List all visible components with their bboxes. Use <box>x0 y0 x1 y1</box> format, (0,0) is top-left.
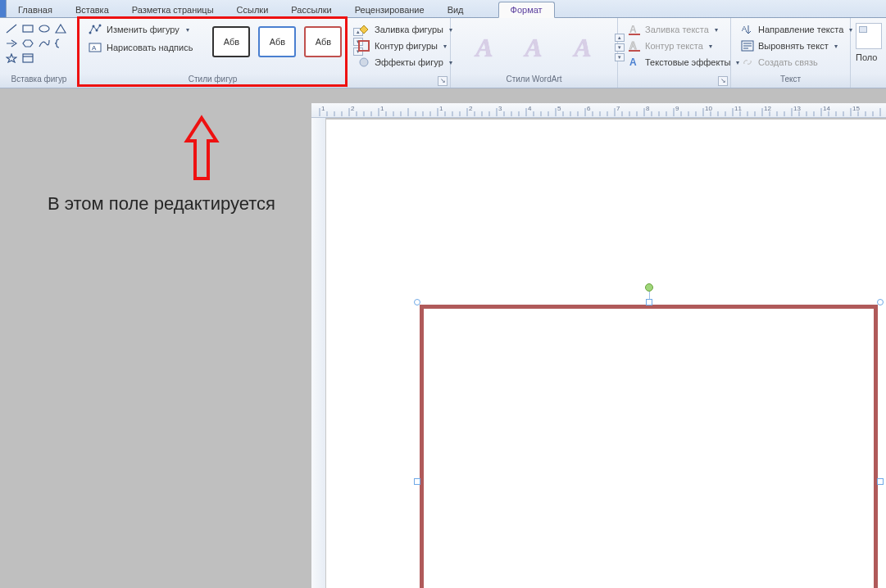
handle-ne[interactable] <box>877 299 884 305</box>
handle-n[interactable] <box>646 299 652 305</box>
svg-rect-17 <box>629 34 640 35</box>
selected-shape[interactable] <box>415 300 883 588</box>
svg-rect-14 <box>359 41 369 51</box>
align-text-button[interactable]: Выровнять текст▾ <box>741 39 852 52</box>
svg-text:6: 6 <box>587 105 591 112</box>
group-text: A Направление текста▾ Выровнять текст▾ С… <box>731 18 851 88</box>
handle-e[interactable] <box>877 478 884 485</box>
shapes-gallery[interactable] <box>5 21 73 64</box>
svg-text:2: 2 <box>351 105 355 112</box>
svg-point-15 <box>360 58 368 66</box>
group-label-shape-styles: Стили фигур <box>79 74 347 88</box>
draw-textbox-label: Нарисовать надпись <box>107 43 193 52</box>
shape-rectangle[interactable] <box>420 305 878 588</box>
rotation-handle[interactable] <box>645 283 653 292</box>
file-tab-edge[interactable] <box>0 0 7 17</box>
link-icon <box>741 56 754 69</box>
tab-insert[interactable]: Вставка <box>64 2 120 17</box>
text-fill-icon: A <box>628 23 641 36</box>
text-outline-label: Контур текста <box>645 41 703 51</box>
wordart-launcher[interactable]: ↘ <box>718 76 728 86</box>
tab-format[interactable]: Формат <box>498 2 555 18</box>
ribbon: Вставка фигур Изменить фигуру ▾ A Нарисо… <box>0 18 886 88</box>
shape-brace-icon[interactable] <box>54 38 67 49</box>
effects-icon <box>357 56 370 69</box>
tab-view[interactable]: Вид <box>436 2 475 17</box>
tab-spacer <box>475 12 498 17</box>
handle-w[interactable] <box>414 478 420 485</box>
shape-curve-icon[interactable] <box>38 38 51 49</box>
tab-layout[interactable]: Разметка страницы <box>120 2 225 17</box>
shape-star-icon[interactable] <box>5 52 18 64</box>
wordart-style-3[interactable]: А <box>562 28 603 67</box>
annotation-arrow-icon <box>184 115 220 182</box>
shape-triangle-icon[interactable] <box>54 23 67 34</box>
text-effects-icon: A <box>628 56 641 69</box>
annotation-text: В этом поле редактируется <box>48 193 275 215</box>
text-direction-label: Направление текста <box>758 25 843 34</box>
document-workspace: 121123456789101112131415 В этом поле ред… <box>0 88 886 588</box>
tab-mailings[interactable]: Рассылки <box>279 2 343 17</box>
shape-more-icon[interactable] <box>21 52 34 64</box>
text-outline-button[interactable]: A Контур текста▾ <box>628 39 739 52</box>
svg-text:14: 14 <box>823 105 830 112</box>
svg-text:A: A <box>629 40 637 52</box>
shape-ellipse-icon[interactable] <box>38 23 51 34</box>
shape-hex-icon[interactable] <box>21 38 34 49</box>
tab-review[interactable]: Рецензирование <box>343 2 436 17</box>
shape-fill-button[interactable]: Заливка фигуры▾ <box>357 23 452 36</box>
ruler-vertical[interactable] <box>311 118 326 588</box>
shape-style-1[interactable]: Абв <box>212 26 250 57</box>
shape-style-3[interactable]: Абв <box>304 26 342 57</box>
shape-styles-gallery[interactable]: Абв Абв Абв ▴▾▾ <box>206 21 370 62</box>
tab-references[interactable]: Ссылки <box>225 2 280 17</box>
shape-outline-label: Контур фигуры <box>375 41 438 51</box>
group-shape-styles: Изменить фигуру ▾ A Нарисовать надпись А… <box>79 18 348 88</box>
svg-point-10 <box>96 29 98 32</box>
text-direction-icon: A <box>741 23 754 36</box>
svg-text:A: A <box>629 24 637 35</box>
svg-text:A: A <box>629 57 637 68</box>
svg-text:3: 3 <box>498 105 502 112</box>
wordart-gallery[interactable]: А А А ▴▾▾ <box>456 21 633 74</box>
handle-nw[interactable] <box>414 299 420 305</box>
position-icon[interactable] <box>856 23 882 49</box>
shape-arrow-icon[interactable] <box>5 38 18 49</box>
edit-shape-button[interactable]: Изменить фигуру ▾ <box>89 23 193 36</box>
svg-text:1: 1 <box>380 105 384 112</box>
wordart-style-2[interactable]: А <box>513 28 554 67</box>
edit-shape-icon <box>89 23 102 36</box>
svg-text:A: A <box>92 44 97 52</box>
svg-marker-5 <box>7 54 16 62</box>
shape-effects-button[interactable]: Эффекты фигур▾ <box>357 56 452 69</box>
text-direction-button[interactable]: A Направление текста▾ <box>741 23 852 36</box>
group-position: Поло <box>851 18 886 88</box>
shape-outline-button[interactable]: Контур фигуры▾ <box>357 39 452 52</box>
svg-text:5: 5 <box>557 105 561 112</box>
svg-marker-3 <box>56 25 66 33</box>
ruler-horizontal[interactable]: 121123456789101112131415 <box>311 103 886 118</box>
svg-text:2: 2 <box>469 105 473 112</box>
svg-point-2 <box>39 25 49 32</box>
text-effects-button[interactable]: A Текстовые эффекты▾ <box>628 56 739 69</box>
svg-text:12: 12 <box>764 105 771 112</box>
text-fill-button[interactable]: A Заливка текста▾ <box>628 23 739 36</box>
svg-text:1: 1 <box>439 105 443 112</box>
align-text-icon <box>741 39 754 52</box>
svg-rect-19 <box>629 50 640 52</box>
shape-effects-label: Эффекты фигур <box>375 57 443 67</box>
svg-marker-4 <box>23 40 33 47</box>
group-label-text: Текст <box>731 74 850 88</box>
shape-rect-icon[interactable] <box>21 23 34 34</box>
svg-point-11 <box>99 25 102 27</box>
shape-line-icon[interactable] <box>5 23 18 34</box>
svg-rect-1 <box>23 25 33 32</box>
tab-home[interactable]: Главная <box>7 2 64 17</box>
svg-text:8: 8 <box>646 105 650 112</box>
draw-textbox-button[interactable]: A Нарисовать надпись <box>89 41 193 54</box>
svg-text:9: 9 <box>675 105 679 112</box>
shape-style-2[interactable]: Абв <box>258 26 296 57</box>
shape-styles-launcher[interactable]: ↘ <box>438 76 448 86</box>
group-insert-shapes: Вставка фигур <box>0 18 79 88</box>
wordart-style-1[interactable]: А <box>464 28 505 67</box>
